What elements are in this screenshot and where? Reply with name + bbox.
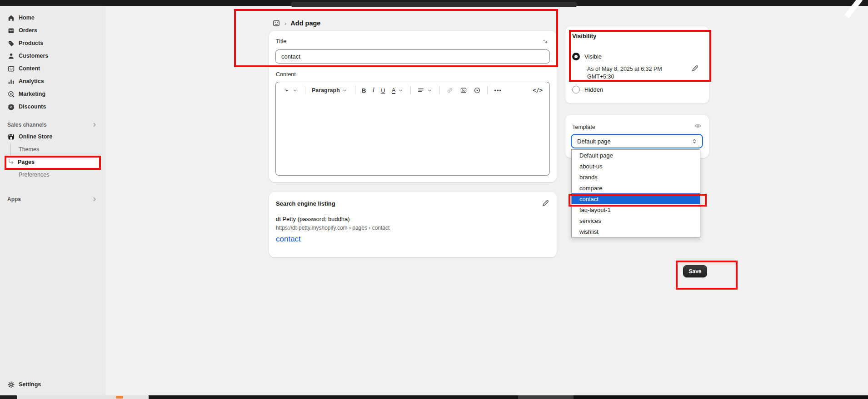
template-option-compare[interactable]: compare bbox=[572, 182, 700, 193]
text-color-button[interactable]: A bbox=[389, 85, 407, 95]
italic-button[interactable]: I bbox=[370, 85, 377, 95]
template-option-default-page[interactable]: Default page bbox=[572, 150, 700, 161]
edit-pencil-icon[interactable] bbox=[542, 199, 549, 207]
eye-icon[interactable] bbox=[694, 122, 702, 130]
template-option-contact[interactable]: contact bbox=[572, 193, 700, 204]
underline-label: U bbox=[381, 87, 385, 94]
template-option-services[interactable]: services bbox=[572, 215, 700, 226]
chevron-right-icon[interactable] bbox=[91, 122, 98, 128]
sidebar-item-label: Pages bbox=[18, 159, 35, 165]
chevron-down-icon bbox=[291, 87, 299, 94]
hidden-radio-option[interactable]: Hidden bbox=[572, 86, 603, 94]
page-details-card: Title Content Paragraph B I U A bbox=[269, 31, 557, 182]
italic-label: I bbox=[373, 87, 375, 94]
bold-button[interactable]: B bbox=[359, 86, 369, 95]
edit-pencil-icon[interactable] bbox=[691, 64, 699, 72]
insert-image-button[interactable] bbox=[458, 85, 469, 95]
template-option-about-us[interactable]: about-us bbox=[572, 161, 700, 172]
chevron-right-icon[interactable] bbox=[91, 196, 98, 202]
sales-channels-label: Sales channels bbox=[7, 122, 47, 128]
sales-channels-header: Sales channels bbox=[4, 119, 101, 130]
visibility-note: As of May 8, 2025 at 6:32 PM GMT+5:30 bbox=[587, 65, 662, 81]
template-selected-value: Default page bbox=[577, 138, 611, 145]
paragraph-style-dropdown[interactable]: Paragraph bbox=[309, 85, 351, 95]
text-color-label: A bbox=[392, 87, 396, 94]
toolbar-divider bbox=[355, 86, 355, 94]
taskbar-strip bbox=[518, 395, 574, 399]
html-code-button[interactable]: </> bbox=[530, 86, 545, 95]
sidebar-item-label: Products bbox=[19, 40, 43, 46]
template-label: Template bbox=[572, 124, 595, 130]
sidebar-item-home[interactable]: Home bbox=[4, 11, 101, 24]
page-icon[interactable] bbox=[272, 19, 280, 27]
sidebar-item-content[interactable]: Content bbox=[4, 62, 101, 75]
sidebar-item-customers[interactable]: Customers bbox=[4, 49, 101, 62]
sidebar-item-label: Settings bbox=[19, 381, 41, 388]
link-icon bbox=[446, 87, 454, 94]
visible-radio-option[interactable]: Visible bbox=[572, 53, 602, 60]
visibility-heading: Visibility bbox=[572, 33, 596, 39]
template-option-faq-layout-1[interactable]: faq-layout-1 bbox=[572, 204, 700, 215]
seo-page-link: contact bbox=[276, 235, 301, 244]
sidebar-item-label: Content bbox=[19, 65, 40, 72]
visible-label: Visible bbox=[584, 53, 602, 60]
sidebar-item-themes[interactable]: Themes bbox=[4, 143, 101, 156]
discounts-icon bbox=[7, 103, 15, 111]
shopify-admin-window: Home Orders Products Customers Content A… bbox=[0, 0, 868, 399]
sidebar-item-discounts[interactable]: Discounts bbox=[4, 100, 101, 113]
magic-sparkle-icon[interactable] bbox=[542, 38, 549, 46]
title-input[interactable] bbox=[275, 49, 550, 64]
template-select[interactable]: Default page bbox=[571, 134, 703, 148]
sidebar-item-online-store[interactable]: Online Store bbox=[4, 130, 101, 143]
html-code-label: </> bbox=[533, 87, 543, 94]
visibility-note-line2: GMT+5:30 bbox=[587, 73, 662, 81]
sidebar-item-products[interactable]: Products bbox=[4, 37, 101, 49]
sidebar-item-label: Themes bbox=[19, 146, 39, 153]
content-editor-area[interactable] bbox=[276, 99, 549, 176]
sidebar-item-label: Home bbox=[19, 15, 35, 21]
sidebar-item-label: Analytics bbox=[19, 78, 44, 84]
sidebar-item-marketing[interactable]: Marketing bbox=[4, 88, 101, 100]
template-option-wishlist[interactable]: wishlist bbox=[572, 226, 700, 237]
seo-card: Search engine listing dt Petty (password… bbox=[269, 192, 557, 257]
sidebar-item-preferences[interactable]: Preferences bbox=[4, 168, 101, 181]
save-button[interactable]: Save bbox=[683, 265, 707, 277]
sidebar-item-settings[interactable]: Settings bbox=[4, 378, 101, 391]
more-options-button[interactable]: ••• bbox=[492, 86, 504, 95]
seo-heading: Search engine listing bbox=[276, 200, 335, 207]
taskbar-strip bbox=[574, 395, 868, 399]
sidebar-item-label: Online Store bbox=[19, 133, 52, 140]
sidebar-item-analytics[interactable]: Analytics bbox=[4, 75, 101, 88]
underline-button[interactable]: U bbox=[379, 86, 387, 95]
marketing-icon bbox=[7, 90, 15, 98]
sidebar-nav: Home Orders Products Customers Content A… bbox=[0, 6, 105, 395]
sidebar-item-label: Orders bbox=[19, 27, 37, 34]
radio-unselected-icon bbox=[572, 86, 580, 94]
alignment-button[interactable] bbox=[415, 85, 435, 95]
apps-label: Apps bbox=[7, 196, 21, 202]
breadcrumb-separator: › bbox=[284, 20, 286, 27]
magic-writer-button[interactable] bbox=[280, 85, 301, 95]
page-title: Add page bbox=[290, 20, 320, 27]
template-option-brands[interactable]: brands bbox=[572, 172, 700, 182]
topbar-search-pill[interactable] bbox=[291, 2, 577, 7]
products-icon bbox=[7, 39, 15, 47]
sidebar-item-label: Discounts bbox=[19, 103, 46, 110]
home-icon bbox=[7, 14, 15, 22]
insert-link-button[interactable] bbox=[444, 85, 456, 95]
sidebar-item-label: Preferences bbox=[19, 172, 49, 178]
online-store-icon bbox=[7, 133, 15, 141]
hidden-label: Hidden bbox=[584, 86, 603, 93]
radio-selected-icon bbox=[572, 53, 580, 60]
tree-branch-arrow-icon bbox=[7, 158, 15, 166]
sidebar-item-orders[interactable]: Orders bbox=[4, 24, 101, 37]
more-options-label: ••• bbox=[494, 87, 502, 94]
magic-sparkle-icon bbox=[283, 87, 290, 94]
sidebar-item-pages[interactable]: Pages bbox=[4, 156, 101, 168]
chevron-down-icon bbox=[341, 87, 349, 94]
template-dropdown-list: Default page about-us brands compare con… bbox=[571, 149, 700, 237]
image-icon bbox=[460, 87, 467, 94]
insert-video-button[interactable] bbox=[471, 85, 483, 95]
visibility-card: Visibility Visible As of May 8, 2025 at … bbox=[565, 26, 709, 103]
orders-icon bbox=[7, 27, 15, 34]
